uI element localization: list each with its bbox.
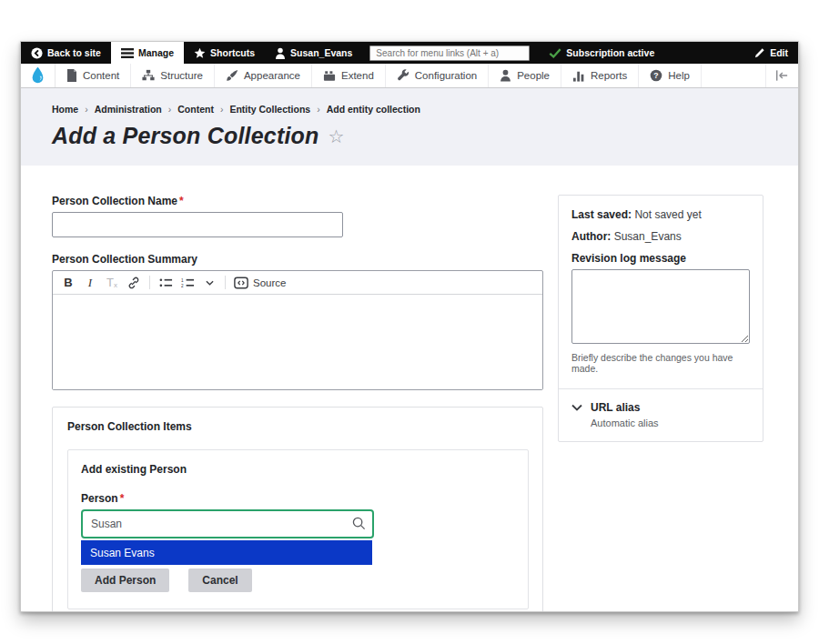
breadcrumb-content[interactable]: Content bbox=[177, 104, 214, 115]
summary-field-group: Person Collection Summary B I Tx bbox=[52, 253, 543, 390]
help-icon: ? bbox=[650, 69, 662, 82]
content-area: Person Collection Name* Person Collectio… bbox=[21, 166, 798, 612]
author-row: Author: Susan_Evans bbox=[571, 230, 750, 243]
add-existing-person-fieldset: Add existing Person Person* bbox=[67, 449, 529, 609]
breadcrumb-add-entity-collection: Add entity collection bbox=[327, 104, 420, 115]
cancel-button[interactable]: Cancel bbox=[188, 569, 251, 592]
toolbar-separator bbox=[225, 276, 226, 289]
source-button[interactable]: Source bbox=[231, 274, 288, 292]
nav-item-content[interactable]: Content bbox=[56, 64, 131, 87]
tab-manage[interactable]: Manage bbox=[111, 42, 184, 64]
check-icon bbox=[549, 48, 561, 58]
autocomplete-option[interactable]: Susan Evans bbox=[81, 540, 372, 565]
last-saved-label: Last saved: bbox=[571, 208, 632, 221]
nav-item-people[interactable]: People bbox=[489, 64, 561, 87]
author-label: Author: bbox=[571, 230, 611, 243]
extend-icon bbox=[323, 70, 336, 82]
subscription-status: Subscription active bbox=[539, 42, 664, 64]
content-icon bbox=[66, 69, 77, 82]
chevron-down-icon bbox=[571, 404, 582, 411]
nav-item-configuration[interactable]: Configuration bbox=[386, 64, 489, 87]
collection-items-legend: Person Collection Items bbox=[67, 420, 528, 433]
chevron-down-icon bbox=[206, 280, 214, 286]
breadcrumb-separator: › bbox=[168, 104, 172, 115]
appearance-icon bbox=[226, 69, 238, 82]
revision-info-section: Last saved: Not saved yet Author: Susan_… bbox=[559, 196, 763, 388]
person-field-label-text: Person bbox=[81, 492, 118, 505]
required-asterisk: * bbox=[120, 492, 125, 505]
collection-items-fieldset: Person Collection Items Add existing Per… bbox=[52, 407, 543, 612]
remove-format-x: x bbox=[114, 281, 117, 289]
nav-item-label: Extend bbox=[341, 70, 374, 81]
source-icon bbox=[234, 277, 248, 289]
menu-search-input[interactable] bbox=[369, 45, 530, 61]
breadcrumb-home[interactable]: Home bbox=[52, 104, 78, 115]
nav-item-label: Configuration bbox=[415, 70, 477, 81]
svg-text:2: 2 bbox=[181, 284, 184, 288]
drupal-home-button[interactable] bbox=[21, 64, 56, 87]
numbered-list-icon: 1 2 bbox=[181, 277, 195, 288]
remove-format-t: T bbox=[106, 276, 114, 289]
star-icon bbox=[194, 47, 206, 59]
nav-item-reports[interactable]: Reports bbox=[561, 64, 639, 87]
last-saved-row: Last saved: Not saved yet bbox=[571, 208, 750, 221]
collection-name-input[interactable] bbox=[52, 212, 343, 237]
name-field-group: Person Collection Name* bbox=[52, 195, 543, 237]
numbered-list-button[interactable]: 1 2 bbox=[177, 274, 197, 292]
browser-page: Back to site Manage Shortcuts Susan_Evan… bbox=[20, 41, 799, 612]
nav-item-structure[interactable]: Structure bbox=[131, 64, 215, 87]
meta-sidebar: Last saved: Not saved yet Author: Susan_… bbox=[558, 195, 763, 612]
person-autocomplete-field bbox=[81, 509, 374, 538]
breadcrumb-separator: › bbox=[220, 104, 224, 115]
editor-text-area[interactable] bbox=[53, 295, 542, 389]
back-icon bbox=[31, 47, 43, 59]
bold-button[interactable]: B bbox=[58, 274, 78, 292]
breadcrumb-administration[interactable]: Administration bbox=[95, 104, 162, 115]
structure-icon bbox=[142, 69, 155, 82]
drupal-logo-icon bbox=[30, 66, 46, 85]
edit-button[interactable]: Edit bbox=[744, 42, 798, 64]
pencil-icon bbox=[754, 47, 765, 58]
nav-item-extend[interactable]: Extend bbox=[312, 64, 386, 87]
remove-format-button[interactable]: Tx bbox=[102, 274, 122, 292]
add-person-button[interactable]: Add Person bbox=[81, 569, 169, 592]
nav-item-label: Structure bbox=[160, 70, 203, 81]
manage-label: Manage bbox=[138, 47, 174, 58]
bulleted-list-icon bbox=[159, 277, 173, 288]
person-search-input[interactable] bbox=[81, 509, 374, 538]
user-name-label: Susan_Evans bbox=[290, 47, 352, 58]
reports-icon bbox=[572, 70, 585, 82]
list-options-dropdown[interactable] bbox=[199, 274, 219, 292]
page-header: Home › Administration › Content › Entity… bbox=[21, 88, 798, 166]
name-field-label: Person Collection Name* bbox=[52, 195, 543, 207]
user-menu[interactable]: Susan_Evans bbox=[265, 42, 362, 64]
nav-item-appearance[interactable]: Appearance bbox=[215, 64, 312, 87]
tab-shortcuts[interactable]: Shortcuts bbox=[184, 42, 265, 64]
admin-topbar: Back to site Manage Shortcuts Susan_Evan… bbox=[21, 42, 798, 64]
back-to-site-label: Back to site bbox=[47, 47, 101, 58]
people-icon bbox=[500, 69, 511, 82]
toolbar-separator bbox=[149, 276, 150, 289]
rich-text-editor: B I Tx bbox=[52, 270, 543, 390]
hamburger-icon bbox=[121, 48, 134, 58]
summary-field-label: Person Collection Summary bbox=[52, 253, 543, 266]
toolbar-orientation-toggle[interactable] bbox=[765, 64, 798, 87]
url-alias-section[interactable]: URL alias Automatic alias bbox=[559, 388, 763, 441]
url-alias-value: Automatic alias bbox=[591, 418, 659, 428]
svg-text:?: ? bbox=[654, 71, 659, 80]
breadcrumb-entity-collections[interactable]: Entity Collections bbox=[229, 104, 310, 115]
bulleted-list-button[interactable] bbox=[156, 274, 176, 292]
configuration-icon bbox=[397, 69, 410, 82]
autocomplete-dropdown: Susan Evans bbox=[81, 540, 372, 565]
nav-item-label: People bbox=[517, 70, 550, 81]
edit-label: Edit bbox=[770, 47, 788, 58]
menu-search bbox=[369, 42, 530, 64]
nav-item-label: Appearance bbox=[244, 70, 300, 81]
italic-button[interactable]: I bbox=[80, 274, 100, 292]
favorite-star-icon[interactable]: ☆ bbox=[329, 127, 345, 146]
breadcrumb: Home › Administration › Content › Entity… bbox=[52, 104, 798, 115]
revision-log-textarea[interactable] bbox=[571, 269, 750, 344]
back-to-site-button[interactable]: Back to site bbox=[21, 42, 111, 64]
link-button[interactable] bbox=[124, 274, 144, 292]
nav-item-help[interactable]: ? Help bbox=[639, 64, 702, 87]
